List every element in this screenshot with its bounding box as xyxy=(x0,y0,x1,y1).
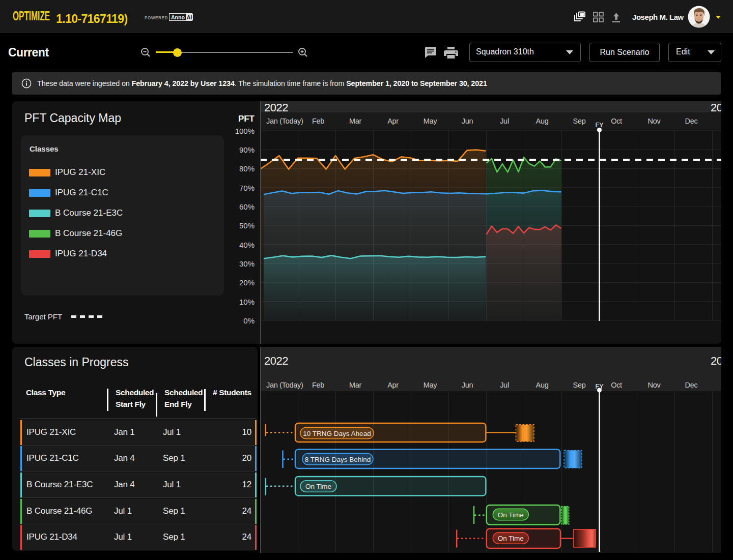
svg-text:2022: 2022 xyxy=(264,355,288,367)
svg-text:20: 20 xyxy=(711,355,721,367)
svg-text:Oct: Oct xyxy=(611,381,622,389)
svg-text:Apr: Apr xyxy=(387,381,399,389)
svg-text:May: May xyxy=(424,381,438,389)
svg-text:FY: FY xyxy=(596,122,604,129)
svg-text:Mar: Mar xyxy=(349,381,362,389)
svg-text:Jul: Jul xyxy=(500,117,509,125)
svg-text:Feb: Feb xyxy=(312,381,324,389)
svg-text:Dec: Dec xyxy=(685,117,698,125)
svg-text:Sep: Sep xyxy=(573,117,586,125)
svg-text:On Time: On Time xyxy=(305,483,331,490)
svg-text:Jun: Jun xyxy=(462,117,473,125)
svg-text:Aug: Aug xyxy=(536,381,549,389)
svg-text:Jan (Today): Jan (Today) xyxy=(266,117,303,125)
svg-text:Jan (Today): Jan (Today) xyxy=(266,381,303,389)
svg-text:On Time: On Time xyxy=(498,535,524,542)
svg-text:Jun: Jun xyxy=(462,381,473,389)
svg-text:Nov: Nov xyxy=(648,381,661,389)
svg-text:May: May xyxy=(424,117,438,125)
svg-text:Oct: Oct xyxy=(611,117,622,125)
svg-text:20: 20 xyxy=(711,101,721,114)
svg-text:Dec: Dec xyxy=(685,381,698,389)
svg-text:Aug: Aug xyxy=(536,117,549,125)
svg-text:2022: 2022 xyxy=(264,101,288,114)
svg-text:Nov: Nov xyxy=(648,117,661,125)
svg-text:10 TRNG Days Ahead: 10 TRNG Days Ahead xyxy=(303,430,371,437)
svg-text:On Time: On Time xyxy=(498,511,524,519)
svg-text:Feb: Feb xyxy=(312,117,324,125)
svg-text:Jul: Jul xyxy=(500,381,509,389)
svg-text:Sep: Sep xyxy=(573,381,586,389)
svg-text:Apr: Apr xyxy=(387,117,399,125)
svg-text:8 TRNG Days Behind: 8 TRNG Days Behind xyxy=(305,456,371,463)
svg-text:Mar: Mar xyxy=(349,117,362,125)
